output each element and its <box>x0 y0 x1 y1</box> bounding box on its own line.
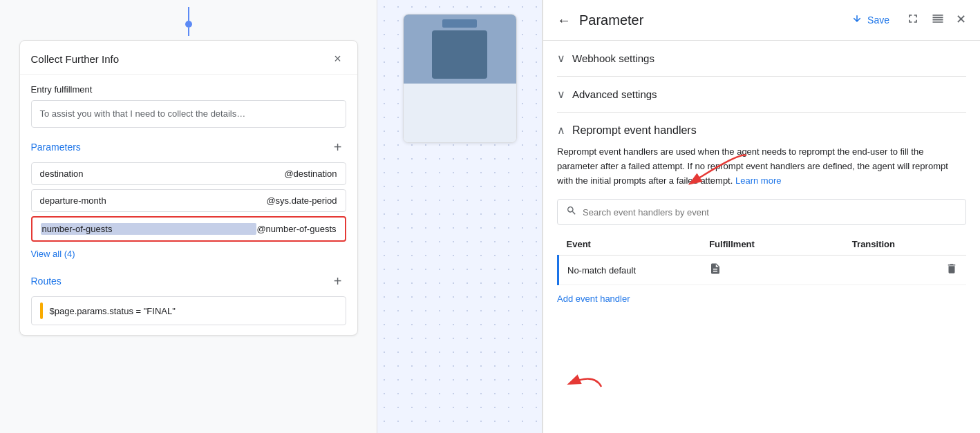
save-label: Save <box>867 15 889 26</box>
fulfillment-column-header: Fulfillment <box>701 233 844 256</box>
card-close-button[interactable]: × <box>330 50 346 67</box>
split-icon[interactable] <box>931 12 945 29</box>
node-icon-bar <box>442 19 477 28</box>
delete-row-button[interactable] <box>945 265 958 277</box>
card-title: Collect Further Info <box>31 53 120 65</box>
route-text: $page.params.status = "FINAL" <box>50 306 176 316</box>
route-row[interactable]: $page.params.status = "FINAL" <box>31 296 346 325</box>
close-icon[interactable]: ✕ <box>956 12 966 29</box>
action-column-header <box>925 233 966 256</box>
route-indicator <box>40 302 43 319</box>
add-route-button[interactable]: + <box>330 273 346 289</box>
flow-connector-top <box>185 7 192 36</box>
right-panel-title: Parameter <box>579 12 834 28</box>
annotation-arrow-2 <box>560 359 615 394</box>
add-parameter-button[interactable]: + <box>330 139 346 155</box>
action-cell[interactable] <box>925 256 966 285</box>
advanced-settings-header[interactable]: ∨ Advanced settings <box>557 88 966 101</box>
node-body-block <box>432 30 487 79</box>
routes-title[interactable]: Routes <box>31 276 62 287</box>
advanced-chevron-icon: ∨ <box>557 88 565 101</box>
fulfillment-cell[interactable] <box>701 256 844 285</box>
right-panel-content: ∨ Webhook settings ∨ Advanced settings ∧… <box>543 41 980 433</box>
table-row[interactable]: No-match default <box>558 256 967 285</box>
parameter-row-destination[interactable]: destination @destination <box>31 162 346 185</box>
connector-dot <box>185 21 192 28</box>
event-handler-search-box[interactable] <box>557 199 966 225</box>
param-name-departure-month: departure-month <box>40 195 267 206</box>
event-handlers-table-head: Event Fulfillment Transition <box>558 233 967 256</box>
header-icons: ✕ <box>906 12 966 29</box>
node-card-bottom <box>404 84 516 142</box>
reprompt-chevron-icon: ∧ <box>557 124 565 137</box>
entry-fulfillment-text[interactable]: To assist you with that I need to collec… <box>31 100 346 128</box>
webhook-settings-header[interactable]: ∨ Webhook settings <box>557 52 966 65</box>
reprompt-section: ∧ Reprompt event handlers Reprompt event… <box>557 113 966 315</box>
param-name-destination: destination <box>40 169 285 179</box>
routes-section-header: Routes + <box>31 273 346 289</box>
webhook-settings-section: ∨ Webhook settings <box>557 41 966 77</box>
back-button[interactable]: ← <box>557 12 571 28</box>
event-cell: No-match default <box>558 256 701 285</box>
event-handlers-table-body: No-match default <box>558 256 967 285</box>
canvas-panel <box>377 0 543 433</box>
advanced-settings-title: Advanced settings <box>572 88 657 100</box>
routes-section: Routes + $page.params.status = "FINAL" <box>31 273 346 325</box>
webhook-chevron-icon: ∨ <box>557 52 565 65</box>
expand-icon[interactable] <box>906 12 920 29</box>
param-name-number-of-guests: number-of-guests <box>41 223 257 235</box>
parameter-row-number-of-guests[interactable]: number-of-guests @number-of-guests <box>31 216 346 242</box>
param-value-departure-month: @sys.date-period <box>266 195 337 206</box>
connector-line-2 <box>188 28 189 36</box>
parameters-section-header: Parameters + <box>31 139 346 155</box>
card-header: Collect Further Info × <box>20 41 357 75</box>
node-card-visual <box>404 15 516 84</box>
advanced-settings-section: ∨ Advanced settings <box>557 77 966 113</box>
node-card-inner <box>432 19 487 79</box>
search-icon <box>566 205 577 219</box>
param-value-number-of-guests: @number-of-guests <box>256 224 336 234</box>
reprompt-section-title: Reprompt event handlers <box>572 124 697 137</box>
right-panel-header: ← Parameter Save ✕ <box>543 0 980 41</box>
param-value-destination: @destination <box>284 169 337 179</box>
search-event-handlers-input[interactable] <box>583 207 957 218</box>
parameters-title[interactable]: Parameters <box>31 142 81 153</box>
fulfillment-doc-icon <box>709 265 722 277</box>
parameter-row-departure-month[interactable]: departure-month @sys.date-period <box>31 189 346 212</box>
save-button[interactable]: Save <box>842 10 898 30</box>
transition-cell <box>844 256 925 285</box>
event-handlers-table: Event Fulfillment Transition No-match de… <box>557 233 966 285</box>
connector-line <box>188 7 189 21</box>
node-card[interactable] <box>403 14 517 143</box>
event-column-header: Event <box>558 233 701 256</box>
reprompt-description: Reprompt event handlers are used when th… <box>557 145 966 188</box>
entry-fulfillment-label: Entry fulfillment <box>31 84 346 95</box>
left-panel: Collect Further Info × Entry fulfillment… <box>0 0 377 433</box>
card-body: Entry fulfillment To assist you with tha… <box>20 75 357 335</box>
right-panel: ← Parameter Save ✕ ∨ <box>543 0 980 433</box>
reprompt-section-header: ∧ Reprompt event handlers <box>557 124 966 137</box>
save-icon <box>851 14 863 26</box>
view-all-parameters-link[interactable]: View all (4) <box>31 249 75 259</box>
annotation-arrow <box>677 148 760 190</box>
webhook-settings-title: Webhook settings <box>572 52 654 64</box>
add-event-handler-button[interactable]: Add event handler <box>557 294 630 304</box>
collect-further-info-card: Collect Further Info × Entry fulfillment… <box>19 40 358 336</box>
transition-column-header: Transition <box>844 233 925 256</box>
